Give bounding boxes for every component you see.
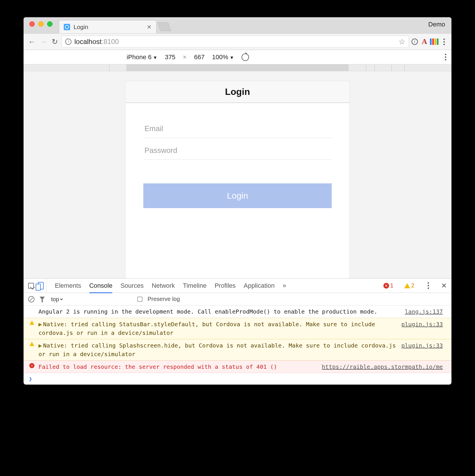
tab-console[interactable]: Console [89,282,113,293]
device-toolbar: iPhone 6 375 × 667 100% [24,50,451,64]
zoom-window-button[interactable] [47,21,53,27]
close-window-button[interactable] [29,21,35,27]
tab-timeline[interactable]: Timeline [183,282,206,289]
extension-bars-icon[interactable] [430,38,438,46]
tab-elements[interactable]: Elements [55,282,81,289]
console-source-link[interactable]: plugin.js:33 [401,341,443,350]
device-selector[interactable]: iPhone 6 [127,53,157,61]
login-button[interactable]: Login [143,183,332,208]
email-field[interactable] [144,124,331,133]
profile-label[interactable]: Demo [428,21,451,30]
console-source-link[interactable]: https://raible.apps.stormpath.io/me [322,362,443,371]
tab-more[interactable]: » [283,282,286,289]
reload-button[interactable]: ↻ [50,37,60,47]
login-form: Login [125,103,350,208]
browser-toolbar: ← → ↻ i localhost:8100 ☆ i A [24,33,451,50]
phone-frame: Login Login [125,81,350,278]
console-row: ▶Native: tried calling Splashscreen.hide… [24,339,451,360]
console-message: ▶Native: tried calling StatusBar.styleDe… [38,320,398,337]
site-info-icon[interactable]: i [65,39,72,45]
console-message: Failed to load resource: the server resp… [38,362,318,371]
device-mode-icon[interactable] [38,282,44,289]
clear-console-icon[interactable] [28,296,34,302]
console-row: ✕Failed to load resource: the server res… [24,360,451,373]
dimension-separator: × [183,53,187,61]
browser-menu-button[interactable] [440,38,448,46]
tab-title: Login [74,24,143,30]
console-row: Angular 2 is running in the development … [24,306,451,318]
ruler [24,64,451,71]
password-field-wrapper [143,141,332,160]
back-button[interactable]: ← [27,37,37,47]
console-prompt[interactable]: ❯ [24,373,451,385]
forward-button[interactable]: → [38,37,48,47]
favicon-icon [64,24,70,30]
tab-bar: Login ✕ Demo [24,17,451,33]
console-source-link[interactable]: lang.js:137 [405,307,443,316]
console-message: ▶Native: tried calling Splashscreen.hide… [38,341,398,358]
extension-a-icon[interactable]: A [420,38,428,46]
console-row: ▶Native: tried calling StatusBar.styleDe… [24,318,451,339]
devtools-close-button[interactable]: ✕ [441,282,447,290]
zoom-selector[interactable]: 100% [212,53,234,61]
preserve-log-label: Preserve log [148,296,180,302]
console-message: Angular 2 is running in the development … [38,307,401,316]
window-controls [28,21,55,30]
extension-info-icon[interactable]: i [411,38,419,46]
error-count-badge[interactable]: ✕1 [383,282,393,289]
devtools-panel: Elements Console Sources Network Timelin… [24,278,451,385]
device-toolbar-menu[interactable] [445,54,446,60]
bookmark-star-icon[interactable]: ☆ [399,37,405,46]
console-log: Angular 2 is running in the development … [24,306,451,373]
tab-network[interactable]: Network [152,282,175,289]
preserve-log-checkbox[interactable] [137,297,142,302]
page-title: Login [225,87,250,97]
rotate-icon[interactable] [242,53,249,61]
minimize-window-button[interactable] [38,21,44,27]
tab-sources[interactable]: Sources [120,282,144,289]
browser-tab[interactable]: Login ✕ [59,20,157,33]
address-bar[interactable]: i localhost:8100 ☆ [61,36,409,48]
close-tab-button[interactable]: ✕ [147,24,152,30]
devtools-menu-button[interactable] [428,282,429,289]
new-tab-button[interactable] [157,22,171,31]
context-selector[interactable]: top [50,296,64,303]
warning-count-badge[interactable]: 2 [404,282,414,289]
password-field[interactable] [144,146,331,155]
app-header: Login [125,81,350,103]
console-source-link[interactable]: plugin.js:33 [401,320,443,329]
email-field-wrapper [143,120,332,138]
console-filter-bar: top Preserve log [24,293,451,306]
filter-icon[interactable] [40,297,45,302]
tab-profiles[interactable]: Profiles [215,282,235,289]
inspect-element-icon[interactable] [28,283,34,289]
device-height-input[interactable]: 667 [194,53,205,61]
devtools-tabs: Elements Console Sources Network Timelin… [24,279,451,293]
browser-window: Login ✕ Demo ← → ↻ i localhost:8100 ☆ i … [24,17,451,385]
device-width-input[interactable]: 375 [165,53,175,61]
url-text: localhost:8100 [74,38,119,46]
tab-application[interactable]: Application [244,282,275,289]
device-viewport: Login Login [24,71,451,278]
